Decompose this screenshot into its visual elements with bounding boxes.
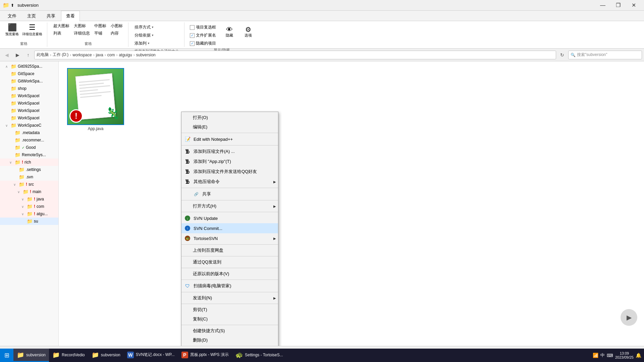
sidebar-label: WorkSpacel	[18, 108, 39, 113]
item-checkbox-toggle[interactable]: 项目复选框	[189, 24, 217, 31]
sidebar-item-remotesys[interactable]: 📁 RemoteSys...	[0, 151, 58, 159]
sort-by-button[interactable]: 排序方式 ▼	[132, 24, 156, 31]
ctx-other-compress[interactable]: 🗜 其他压缩命令 ▶	[181, 177, 278, 187]
sidebar-item-workspace4[interactable]: 📁 WorkSpacel	[0, 114, 58, 122]
taskbar-clock[interactable]: 13:09 2023/09/25	[615, 351, 634, 359]
sidebar-item-workspace2[interactable]: 📁 WorkSpacel	[0, 100, 58, 107]
refresh-button[interactable]: ↻	[557, 50, 567, 60]
ctx-edit-notepad[interactable]: 📝 Edit with Notepad++	[181, 134, 278, 144]
small-icon-btn[interactable]: 小图标	[109, 22, 125, 29]
address-path[interactable]: 此电脑 › 工作 (D:) › workspace › java › com ›…	[34, 51, 556, 59]
ctx-copy[interactable]: 复制(C)	[181, 314, 278, 324]
minimize-button[interactable]: —	[595, 0, 610, 11]
ctx-create-shortcut[interactable]: 创建快捷方式(S)	[181, 326, 278, 336]
ctx-scan-virus[interactable]: 🛡 扫描病毒(电脑管家)	[181, 281, 278, 291]
ctx-rename[interactable]: 重命名(M)	[181, 345, 278, 346]
tab-view[interactable]: 查看	[61, 11, 80, 21]
close-button[interactable]: ✕	[626, 0, 641, 11]
content-area[interactable]: 🦎 ! App.java 打开(O) 编辑(E) 📝 Edit with Not…	[59, 61, 644, 346]
sidebar-item-gitspace[interactable]: 📁 GitSpace	[0, 70, 58, 77]
tortoise-settings-icon: 🐢	[235, 351, 243, 359]
sidebar-item-git0925[interactable]: ∧ 📁 Git0925Spa...	[0, 63, 58, 70]
ctx-tortoise-svn[interactable]: 🐢 TortoiseSVN ▶	[181, 233, 278, 243]
play-button[interactable]: ▶	[621, 309, 637, 326]
details-btn[interactable]: 详细信息	[72, 30, 92, 37]
forward-button[interactable]: ▶	[13, 50, 22, 60]
svn-err-icon: !	[34, 212, 35, 216]
preview-pane-button[interactable]: ⬛ 预览窗格	[4, 22, 20, 37]
sidebar-item-workspace3[interactable]: 📁 WorkSpacel	[0, 107, 58, 114]
folder-icon: 📁	[27, 196, 33, 202]
back-button[interactable]: ◀	[2, 50, 11, 60]
sidebar-item-recommender[interactable]: 📁 .recommer...	[0, 136, 58, 144]
tile-btn[interactable]: 平铺	[92, 30, 108, 37]
lang-indicator[interactable]: 中	[600, 352, 605, 358]
tab-file[interactable]: 文件	[3, 11, 21, 21]
sidebar-item-gitworkspace[interactable]: 📁 GitWorkSpa...	[0, 77, 58, 85]
ctx-delete[interactable]: 删除(D)	[181, 336, 278, 345]
group-by-button[interactable]: 分组依据 ▼	[132, 32, 156, 39]
maximize-button[interactable]: ❐	[610, 0, 626, 11]
list-btn[interactable]: 列表	[51, 30, 71, 37]
path-segment-com: com	[107, 53, 115, 57]
sidebar-item-svn[interactable]: 📁 .svn	[0, 173, 58, 181]
ctx-send-qq[interactable]: 通过QQ发送到	[181, 257, 278, 267]
taskbar-item-wps-word[interactable]: W SVN笔记.docx - WP...	[124, 349, 178, 362]
tab-home[interactable]: 主页	[22, 11, 41, 21]
sidebar-item-settings[interactable]: 📁 .settings	[0, 166, 58, 173]
sidebar-label: .svn	[26, 175, 33, 179]
ctx-open[interactable]: 打开(O)	[181, 113, 278, 122]
sidebar-item-good[interactable]: 📁 ✓ Good	[0, 144, 58, 151]
options-button[interactable]: ⚙ 选项	[241, 25, 255, 39]
ctx-send-to[interactable]: 发送到(N) ▶	[181, 293, 278, 303]
quick-access-icon[interactable]: ⬆	[11, 3, 14, 8]
line-4	[79, 89, 98, 92]
sidebar-item-workspacec[interactable]: ∨ 📁 WorkSpaceC	[0, 122, 58, 129]
file-item-appjava[interactable]: 🦎 ! App.java	[65, 68, 126, 131]
taskbar-item-subversion2[interactable]: 📁 subversion	[88, 349, 124, 362]
ctx-add-archive-qq[interactable]: 🗜 添加到压缩文件并发送给QQ好友	[181, 167, 278, 177]
ctx-open-with-label: 打开方式(H)	[193, 203, 216, 209]
ctx-svn-update[interactable]: ↓ SVN Update	[181, 213, 278, 223]
ctx-add-archive[interactable]: 🗜 添加到压缩文件(A) ...	[181, 146, 278, 157]
medium-icon-btn[interactable]: 中图标	[92, 22, 108, 29]
file-extension-toggle[interactable]: 文件扩展名	[189, 32, 217, 39]
sidebar-item-metadata[interactable]: 📁 .metadata	[0, 129, 58, 136]
large-icon-btn[interactable]: 大图标	[72, 22, 92, 29]
play-icon: ▶	[627, 313, 632, 321]
ctx-open-with[interactable]: 打开方式(H) ▶	[181, 201, 278, 211]
taskbar-item-wps-ppt[interactable]: P 黑板.pptx - WPS 演示	[178, 349, 232, 362]
hide-button[interactable]: 👁 隐藏	[223, 25, 236, 39]
ctx-cut[interactable]: 剪切(T)	[181, 305, 278, 314]
up-button[interactable]: ↑	[23, 50, 33, 60]
tab-share[interactable]: 共享	[42, 11, 60, 21]
ctx-restore-version[interactable]: 还原以前的版本(V)	[181, 269, 278, 279]
ctx-add-zip[interactable]: 🗜 添加到 "App.zip"(T)	[181, 157, 278, 167]
sidebar-item-rich[interactable]: ∨ 📁 ! rich	[0, 159, 58, 166]
taskbar-item-label-1: subversion	[26, 353, 46, 357]
sidebar-item-shop[interactable]: 📁 shop	[0, 85, 58, 92]
super-large-icon-btn[interactable]: 超大图标	[51, 22, 71, 29]
sidebar-item-main[interactable]: ∨ 📁 ! main	[0, 188, 58, 195]
ctx-svn-commit[interactable]: ↑ SVN Commit...	[181, 223, 278, 233]
sidebar-item-java[interactable]: ∨ 📁 ! java	[0, 195, 58, 203]
sidebar-item-src[interactable]: ∨ 📁 ! src	[0, 181, 58, 188]
notification-icon[interactable]: 🔔	[636, 353, 641, 358]
sidebar-item-com[interactable]: ∨ 📁 ! com	[0, 203, 58, 210]
taskbar-item-tortoise-settings[interactable]: 🐢 Settings - TortoiseS...	[232, 349, 286, 362]
sidebar-item-su[interactable]: 📁 su	[0, 218, 58, 225]
ctx-share[interactable]: 🔗 共享	[181, 189, 278, 199]
sidebar-item-workspace1[interactable]: 📁 WorkSpacel	[0, 92, 58, 100]
ctx-upload-baidu[interactable]: 上传到百度网盘	[181, 246, 278, 255]
details-pane-button[interactable]: ☰ 详细信息窗格	[21, 22, 44, 37]
add-column-button[interactable]: 添加列 ▼	[132, 40, 152, 47]
search-box[interactable]: 🔍 搜索"subversion"	[568, 51, 642, 59]
sidebar-item-atgu[interactable]: ∨ 📁 ! atgu...	[0, 210, 58, 218]
taskbar-item-subversion1[interactable]: 📁 subversion	[13, 349, 49, 362]
preview-pane-icon: ⬛	[8, 23, 17, 32]
start-button[interactable]: ⊞	[0, 349, 13, 362]
taskbar-item-recordvedio[interactable]: 📁 RecordVedio	[49, 349, 88, 362]
hidden-items-toggle[interactable]: 隐藏的项目	[189, 40, 217, 47]
ctx-edit[interactable]: 编辑(E)	[181, 122, 278, 132]
content-btn[interactable]: 内容	[109, 30, 125, 37]
